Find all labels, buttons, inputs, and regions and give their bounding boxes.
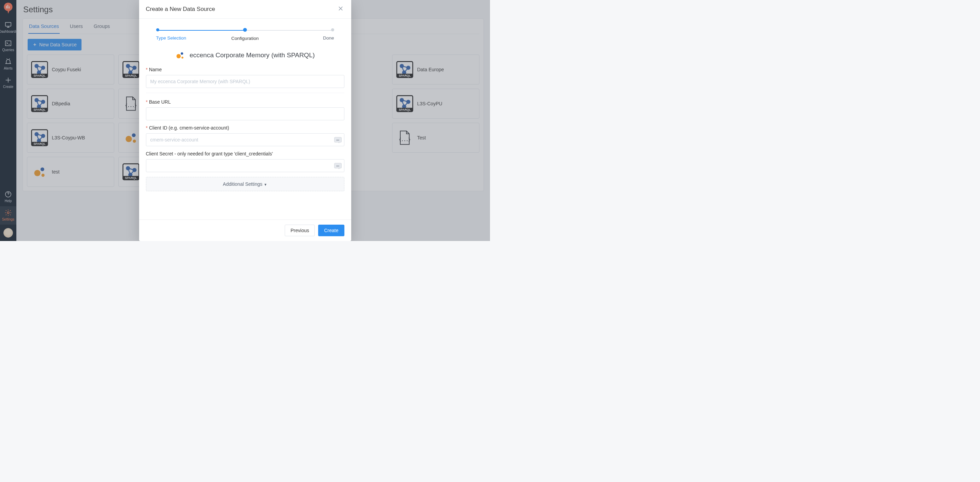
create-data-source-modal: Create a New Data Source Type Selection … xyxy=(139,0,351,241)
client-secret-input[interactable] xyxy=(146,159,344,172)
field-client-id: *Client ID (e.g. cmem-service-account) •… xyxy=(146,125,344,146)
base-url-input[interactable] xyxy=(146,107,344,120)
additional-settings-toggle[interactable]: Additional Settings▼ xyxy=(146,177,344,191)
modal-body: Type Selection Configuration Done eccenc… xyxy=(139,19,351,195)
wizard-steps: Type Selection Configuration Done xyxy=(156,28,334,41)
step-done: Done xyxy=(307,28,334,41)
step-configuration: Configuration xyxy=(232,28,259,41)
name-input[interactable] xyxy=(146,75,344,88)
close-icon xyxy=(338,6,343,11)
data-source-type-header: eccenca Corporate Memory (with SPARQL) xyxy=(146,51,344,60)
password-manager-icon[interactable]: ••• xyxy=(334,137,342,143)
previous-button[interactable]: Previous xyxy=(285,224,315,236)
step-type-selection[interactable]: Type Selection xyxy=(156,28,183,41)
client-id-input[interactable] xyxy=(146,133,344,146)
modal-close-button[interactable] xyxy=(337,5,344,14)
data-source-type-name: eccenca Corporate Memory (with SPARQL) xyxy=(189,51,315,59)
svg-point-58 xyxy=(181,52,183,55)
eccenca-icon xyxy=(175,51,185,60)
modal-header: Create a New Data Source xyxy=(139,0,351,19)
password-manager-icon[interactable]: ••• xyxy=(334,163,342,169)
modal-footer: Previous Create xyxy=(139,220,351,241)
svg-point-57 xyxy=(176,54,181,59)
field-base-url: *Base URL xyxy=(146,99,344,120)
modal-title: Create a New Data Source xyxy=(146,6,215,13)
field-name: *Name xyxy=(146,67,344,88)
chevron-down-icon: ▼ xyxy=(264,183,267,186)
create-button[interactable]: Create xyxy=(318,224,344,236)
svg-point-59 xyxy=(181,57,183,59)
field-client-secret: Client Secret - only needed for grant ty… xyxy=(146,151,344,172)
